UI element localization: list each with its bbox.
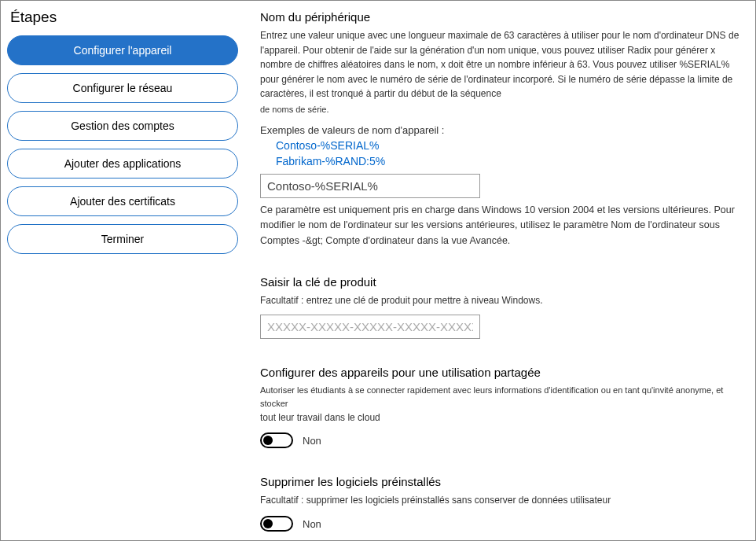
remove-preinstalled-toggle[interactable]	[260, 516, 293, 532]
sidebar: Étapes Configurer l'appareil Configurer …	[1, 1, 244, 540]
step-configure-device[interactable]: Configurer l'appareil	[7, 35, 238, 65]
device-name-examples-label: Exemples de valeurs de nom d'appareil :	[260, 124, 739, 136]
step-add-apps[interactable]: Ajouter des applications	[7, 149, 238, 178]
product-key-section: Saisir la clé de produit Facultatif : en…	[260, 275, 739, 339]
remove-preinstalled-toggle-row: Non	[260, 516, 739, 532]
remove-preinstalled-description: Facultatif : supprimer les logiciels pré…	[260, 493, 739, 508]
shared-use-description-small: Autoriser les étudiants à se connecter r…	[260, 384, 739, 410]
sidebar-title: Étapes	[10, 9, 238, 26]
product-key-input[interactable]	[260, 315, 480, 339]
step-finish[interactable]: Terminer	[7, 224, 238, 254]
product-key-title: Saisir la clé de produit	[260, 275, 739, 289]
remove-preinstalled-toggle-label: Non	[303, 518, 321, 530]
shared-use-toggle-label: Non	[303, 435, 321, 447]
device-name-description-tail: de noms de série.	[260, 103, 739, 116]
device-name-description: Entrez une valeur unique avec une longue…	[260, 28, 739, 101]
remove-preinstalled-title: Supprimer les logiciels préinstallés	[260, 475, 739, 488]
main-panel: Nom du périphérique Entrez une valeur un…	[244, 1, 755, 540]
device-name-note: Ce paramètre est uniquement pris en char…	[260, 203, 739, 248]
device-name-title: Nom du périphérique	[260, 10, 739, 24]
device-name-example-2[interactable]: Fabrikam-%RAND:5%	[276, 155, 739, 167]
product-key-description: Facultatif : entrez une clé de produit p…	[260, 293, 739, 308]
shared-use-title: Configurer des appareils pour une utilis…	[260, 366, 739, 379]
app-window: Étapes Configurer l'appareil Configurer …	[0, 0, 756, 541]
device-name-input[interactable]	[260, 174, 480, 198]
step-account-management[interactable]: Gestion des comptes	[7, 111, 238, 141]
remove-preinstalled-section: Supprimer les logiciels préinstallés Fac…	[260, 475, 739, 532]
shared-use-description-tail: tout leur travail dans le cloud	[260, 410, 739, 425]
step-add-certificates[interactable]: Ajouter des certificats	[7, 186, 238, 216]
shared-use-section: Configurer des appareils pour une utilis…	[260, 366, 739, 449]
step-configure-network[interactable]: Configurer le réseau	[7, 73, 238, 103]
device-name-example-1[interactable]: Contoso-%SERIAL%	[276, 139, 739, 152]
shared-use-toggle-row: Non	[260, 432, 739, 448]
device-name-section: Nom du périphérique Entrez une valeur un…	[260, 10, 739, 248]
shared-use-toggle[interactable]	[260, 432, 293, 448]
